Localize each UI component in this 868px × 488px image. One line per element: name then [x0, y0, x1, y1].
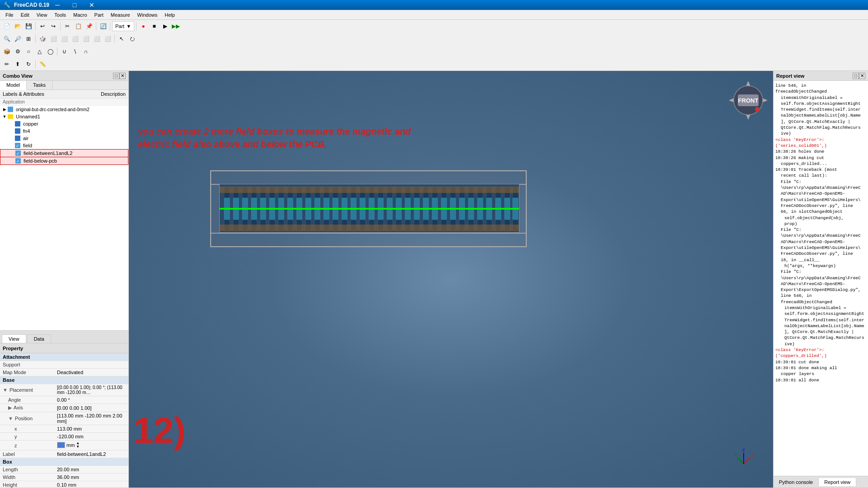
- refresh-btn[interactable]: 🔄: [98, 21, 108, 31]
- tree-item-unnamed1[interactable]: ▼ Unnamed1: [0, 113, 128, 120]
- tab-tasks[interactable]: Tasks: [27, 81, 52, 89]
- select-btn[interactable]: ↖: [117, 34, 127, 44]
- run-btn[interactable]: ▶▶: [171, 21, 181, 31]
- report-close-btn[interactable]: ✕: [859, 73, 865, 79]
- scene-background: you can create 2 more field boxes to mea…: [129, 71, 773, 488]
- z-spinner[interactable]: ▲ ▼: [76, 441, 80, 449]
- report-float-btn[interactable]: □: [853, 73, 859, 79]
- view-front-btn[interactable]: ⬜: [48, 34, 58, 44]
- maximize-button[interactable]: □: [66, 0, 83, 10]
- menubar: File Edit View Tools Macro Part Measure …: [0, 10, 868, 20]
- menu-view[interactable]: View: [33, 11, 51, 19]
- part-cone-btn[interactable]: △: [34, 47, 44, 56]
- report-view-tab[interactable]: Report view: [819, 478, 856, 486]
- view3d-btn[interactable]: 🎲: [38, 34, 47, 44]
- menu-macro[interactable]: Macro: [70, 11, 91, 19]
- close-button[interactable]: ✕: [84, 0, 100, 10]
- sep7: [114, 35, 115, 43]
- boolean-cut-btn[interactable]: ∖: [70, 47, 80, 56]
- navigation-cube[interactable]: FRONT: [728, 80, 764, 116]
- view-back-btn[interactable]: ⬜: [92, 34, 102, 44]
- stop-btn[interactable]: ■: [149, 21, 159, 31]
- minimize-button[interactable]: ─: [49, 0, 66, 10]
- prop-row-angle: Angle 0.00 °: [0, 396, 128, 404]
- view-top-btn[interactable]: ⬜: [59, 34, 69, 44]
- prop-row-height: Height 0.10 mm: [0, 481, 128, 488]
- new-btn[interactable]: 📄: [2, 21, 12, 31]
- measure-btn[interactable]: 📏: [38, 59, 47, 69]
- zoom-out-btn[interactable]: 🔎: [13, 34, 23, 44]
- menu-part[interactable]: Part: [91, 11, 107, 19]
- panel-close-btn[interactable]: ✕: [119, 73, 126, 79]
- paste-btn[interactable]: 📌: [84, 21, 94, 31]
- menu-tools[interactable]: Tools: [51, 11, 70, 19]
- extrude-btn[interactable]: ⬆: [13, 59, 23, 69]
- sep1: [35, 22, 36, 30]
- view-right-btn[interactable]: ⬜: [70, 34, 80, 44]
- tree-item-field[interactable]: ✓ field: [0, 142, 128, 149]
- menu-help[interactable]: Help: [161, 11, 179, 19]
- view-left-btn[interactable]: ⬜: [81, 34, 91, 44]
- annotation-text: you can create 2 more field boxes to mea…: [138, 125, 418, 150]
- tree-item-original[interactable]: ▶ original-but-drc-corrected-and-0mm2: [0, 106, 128, 113]
- labels-title: Labels & Attributes: [3, 91, 44, 97]
- menu-windows[interactable]: Windows: [134, 11, 161, 19]
- menu-edit[interactable]: Edit: [17, 11, 33, 19]
- workbench-label: Part: [115, 23, 124, 29]
- zoom-fit-btn[interactable]: ⊞: [24, 34, 33, 44]
- tree-item-field-below[interactable]: ✓ field-below-pcb: [0, 157, 128, 165]
- svg-marker-84: [762, 98, 768, 103]
- prop-row-x: x 113.00 mm: [0, 425, 128, 433]
- python-console-tab[interactable]: Python console: [774, 478, 819, 486]
- pcb-outer-box: [210, 170, 527, 247]
- labels-header: Labels & Attributes Description: [0, 90, 128, 99]
- menu-measure[interactable]: Measure: [107, 11, 134, 19]
- prop-row-length: Length 20.00 mm: [0, 466, 128, 474]
- tree-label-field-between: field-betweenL1andL2: [24, 150, 72, 156]
- pcb-svg: [220, 184, 519, 233]
- prop-row-position: ▼Position [113.00 mm -120.00 mm 2.00 mm]: [0, 412, 128, 425]
- revolve-btn[interactable]: ↻: [24, 59, 33, 69]
- tree-item-field-between[interactable]: ✓ field-betweenL1andL2: [0, 149, 128, 157]
- property-header: Property: [0, 343, 128, 353]
- cut-btn[interactable]: ✂: [62, 21, 72, 31]
- axes-indicator: X Y Z: [732, 446, 755, 469]
- part-box-btn[interactable]: 📦: [2, 47, 12, 56]
- tree-item-copper[interactable]: copper: [0, 120, 128, 127]
- report-panel: Report view □ ✕ line 546, in freecadObje…: [773, 71, 868, 488]
- toolbars: 📄 📂 💾 ↩ ↪ ✂ 📋 📌 🔄 Part ▼ ● ■ ▶ ▶▶ 🔍 🔎 ⊞ …: [0, 20, 868, 71]
- step-btn[interactable]: ▶: [160, 21, 170, 31]
- zoom-in-btn[interactable]: 🔍: [2, 34, 12, 44]
- part-torus-btn[interactable]: ◯: [45, 47, 55, 56]
- svg-rect-0: [8, 107, 13, 112]
- part-cylinder-btn[interactable]: ⚙: [13, 47, 23, 56]
- undo-btn[interactable]: ↩: [38, 21, 47, 31]
- panel-tab-data[interactable]: Data: [27, 334, 51, 343]
- boolean-intersect-btn[interactable]: ∩: [81, 47, 91, 56]
- svg-text:Y: Y: [734, 453, 737, 458]
- viewport[interactable]: you can create 2 more field boxes to mea…: [129, 71, 773, 488]
- panel-float-btn[interactable]: □: [113, 73, 119, 79]
- tree-arrow-original: ▶: [2, 107, 7, 112]
- copy-btn[interactable]: 📋: [73, 21, 83, 31]
- toolbar-row-4: ✏ ⬆ ↻ 📏: [0, 58, 868, 70]
- open-btn[interactable]: 📂: [13, 21, 23, 31]
- workbench-dropdown[interactable]: Part ▼: [112, 21, 134, 31]
- play-btn[interactable]: ●: [138, 21, 148, 31]
- sketch-btn[interactable]: ✏: [2, 59, 12, 69]
- menu-file[interactable]: File: [2, 11, 17, 19]
- view-bottom-btn[interactable]: ⬜: [103, 34, 113, 44]
- toolbar-row-1: 📄 📂 💾 ↩ ↪ ✂ 📋 📌 🔄 Part ▼ ● ■ ▶ ▶▶: [0, 20, 868, 33]
- rotate-btn[interactable]: ⭮: [127, 34, 137, 44]
- panel-tab-view[interactable]: View: [2, 334, 26, 343]
- save-btn[interactable]: 💾: [24, 21, 33, 31]
- boolean-union-btn[interactable]: ∪: [59, 47, 69, 56]
- redo-btn[interactable]: ↪: [48, 21, 58, 31]
- toolbar-row-2: 🔍 🔎 ⊞ 🎲 ⬜ ⬜ ⬜ ⬜ ⬜ ⬜ ↖ ⭮: [0, 33, 868, 45]
- tree-item-air[interactable]: air: [0, 135, 128, 142]
- part-sphere-btn[interactable]: ○: [24, 47, 33, 56]
- tree-item-fn4[interactable]: fn4: [0, 127, 128, 135]
- tree-area[interactable]: Application ▶ original-but-drc-corrected…: [0, 99, 128, 330]
- pcb-inner: [219, 184, 519, 233]
- tab-model[interactable]: Model: [0, 81, 27, 90]
